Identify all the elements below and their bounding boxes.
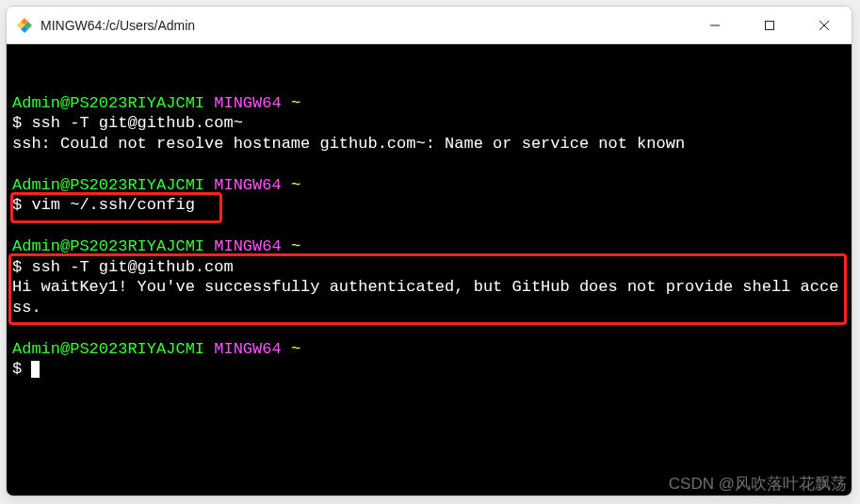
prompt-cwd: ~ <box>291 340 300 358</box>
prompt-env: MINGW64 <box>214 237 281 255</box>
command-text: ssh -T git@github.com~ <box>31 114 242 132</box>
prompt-userhost: Admin@PS2023RIYAJCMI <box>12 176 204 194</box>
terminal-block: Admin@PS2023RIYAJCMI MINGW64 ~ $ ssh -T … <box>12 93 846 381</box>
prompt-cwd: ~ <box>291 237 300 255</box>
prompt-env: MINGW64 <box>214 176 281 194</box>
minimize-button[interactable] <box>688 7 742 43</box>
prompt-symbol: $ <box>12 196 22 214</box>
prompt-symbol: $ <box>12 258 22 276</box>
prompt-symbol: $ <box>12 114 22 132</box>
close-button[interactable] <box>797 7 852 43</box>
prompt-cwd: ~ <box>291 94 300 112</box>
prompt-cwd: ~ <box>291 176 300 194</box>
svg-rect-5 <box>766 21 774 29</box>
prompt-userhost: Admin@PS2023RIYAJCMI <box>12 340 204 358</box>
prompt-env: MINGW64 <box>214 94 281 112</box>
prompt-userhost: Admin@PS2023RIYAJCMI <box>12 94 204 112</box>
cursor <box>31 361 40 378</box>
command-text: vim ~/.ssh/config <box>31 196 194 214</box>
command-text: ssh -T git@github.com <box>31 258 233 276</box>
output-text: Hi waitKey1! You've successfully authent… <box>12 278 838 317</box>
window-title: MINGW64:/c/Users/Admin <box>41 18 195 33</box>
app-icon <box>16 17 33 34</box>
prompt-userhost: Admin@PS2023RIYAJCMI <box>12 237 204 255</box>
terminal-area[interactable]: Admin@PS2023RIYAJCMI MINGW64 ~ $ ssh -T … <box>7 44 852 496</box>
app-window: MINGW64:/c/Users/Admin Admin@PS2023RIYAJ… <box>6 6 852 496</box>
prompt-env: MINGW64 <box>214 340 281 358</box>
maximize-button[interactable] <box>742 7 797 43</box>
prompt-symbol: $ <box>12 360 22 378</box>
titlebar[interactable]: MINGW64:/c/Users/Admin <box>7 7 852 44</box>
output-text: ssh: Could not resolve hostname github.c… <box>12 135 685 153</box>
window-controls <box>688 7 852 43</box>
